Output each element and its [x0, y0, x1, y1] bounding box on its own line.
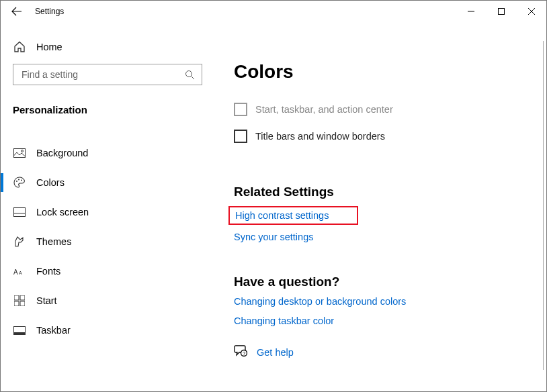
svg-rect-12 — [20, 295, 25, 300]
main-panel: Colors Start, taskbar, and action center… — [215, 41, 544, 370]
sidebar-item-fonts[interactable]: AA Fonts — [13, 256, 215, 286]
sidebar-item-label: Background — [36, 148, 88, 158]
checkbox-start-taskbar — [234, 103, 247, 116]
close-icon — [528, 8, 535, 15]
content-area: Home Personalization Background Colors — [1, 22, 546, 391]
sidebar-item-background[interactable]: Background — [13, 138, 215, 168]
minimize-icon — [468, 8, 474, 15]
svg-text:A: A — [13, 268, 18, 276]
home-label: Home — [36, 42, 62, 52]
back-button[interactable] — [10, 5, 24, 18]
taskbar-icon — [13, 324, 26, 336]
palette-icon — [13, 177, 26, 189]
svg-rect-8 — [14, 213, 26, 217]
svg-rect-2 — [14, 149, 26, 158]
sidebar-item-label: Lock screen — [36, 207, 89, 217]
svg-point-1 — [186, 70, 192, 77]
svg-text:A: A — [19, 271, 22, 275]
svg-rect-11 — [14, 295, 19, 300]
titlebar: Settings — [1, 1, 546, 22]
lock-screen-icon — [13, 206, 26, 218]
window-controls — [456, 1, 546, 21]
settings-window: Settings Home — [0, 0, 547, 392]
svg-rect-7 — [14, 208, 26, 217]
svg-point-6 — [21, 180, 22, 181]
highlight-box: High contrast settings — [228, 206, 358, 225]
sidebar-item-themes[interactable]: Themes — [13, 227, 215, 256]
sidebar-item-colors[interactable]: Colors — [13, 168, 215, 197]
svg-text:?: ? — [243, 351, 245, 356]
sidebar-heading: Personalization — [13, 104, 215, 115]
related-settings-heading: Related Settings — [234, 185, 527, 199]
svg-point-5 — [18, 179, 19, 181]
sidebar-item-lock-screen[interactable]: Lock screen — [13, 197, 215, 227]
sidebar: Home Personalization Background Colors — [1, 22, 215, 391]
link-high-contrast[interactable]: High contrast settings — [235, 210, 351, 221]
fonts-icon: AA — [13, 265, 26, 277]
question-heading: Have a question? — [234, 275, 527, 289]
svg-point-3 — [22, 150, 24, 152]
search-box[interactable] — [13, 64, 202, 85]
checkbox-label: Start, taskbar, and action center — [255, 104, 393, 115]
sidebar-item-label: Taskbar — [36, 325, 71, 336]
search-icon — [185, 70, 195, 80]
sidebar-item-label: Themes — [36, 236, 71, 247]
maximize-button[interactable] — [486, 1, 516, 21]
checkbox-row-start-taskbar: Start, taskbar, and action center — [234, 103, 527, 116]
svg-point-4 — [16, 181, 17, 182]
chat-help-icon: ? — [234, 345, 247, 360]
link-sync-settings[interactable]: Sync your settings — [234, 232, 527, 242]
arrow-left-icon — [11, 6, 22, 17]
checkbox-label: Title bars and window borders — [255, 131, 385, 142]
sidebar-item-taskbar[interactable]: Taskbar — [13, 315, 215, 345]
window-title: Settings — [35, 7, 64, 16]
svg-rect-0 — [498, 9, 504, 15]
maximize-icon — [498, 8, 505, 15]
sidebar-item-start[interactable]: Start — [13, 286, 215, 315]
checkbox-title-bars[interactable] — [234, 130, 247, 143]
page-title: Colors — [234, 61, 527, 83]
link-changing-desktop[interactable]: Changing desktop or background colors — [234, 296, 527, 307]
scrollbar[interactable] — [544, 41, 545, 389]
picture-icon — [13, 147, 26, 159]
themes-icon — [13, 236, 26, 248]
checkbox-row-title-bars: Title bars and window borders — [234, 130, 527, 143]
start-icon — [13, 295, 26, 307]
home-icon — [13, 41, 26, 53]
close-button[interactable] — [516, 1, 546, 21]
sidebar-item-label: Start — [36, 295, 57, 306]
link-changing-taskbar[interactable]: Changing taskbar color — [234, 315, 527, 326]
link-get-help[interactable]: Get help — [257, 347, 294, 358]
svg-rect-13 — [14, 301, 19, 306]
search-input[interactable] — [20, 68, 185, 81]
svg-rect-16 — [14, 332, 26, 335]
sidebar-item-label: Colors — [36, 177, 65, 188]
minimize-button[interactable] — [456, 1, 486, 21]
home-button[interactable]: Home — [13, 41, 215, 53]
svg-rect-14 — [20, 301, 25, 306]
get-help-row: ? Get help — [234, 345, 527, 360]
sidebar-item-label: Fonts — [36, 266, 60, 277]
